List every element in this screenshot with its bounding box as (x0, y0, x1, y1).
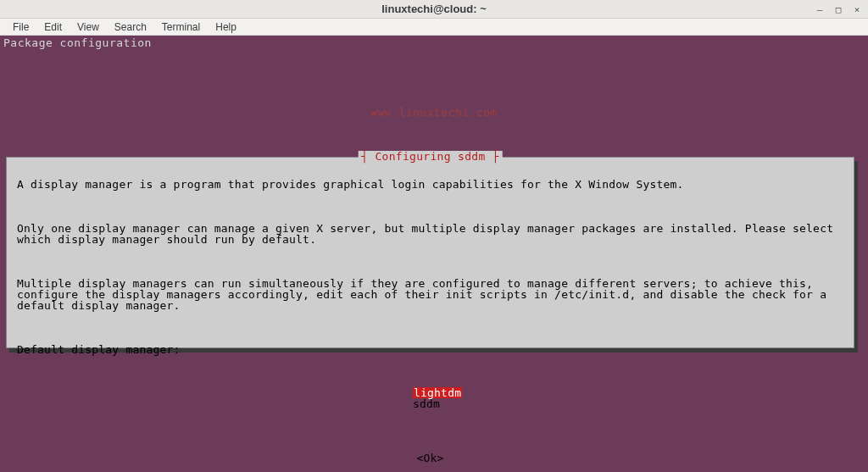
window-controls: – □ × (815, 0, 861, 19)
dialog-title: ┤ Configuring sddm ├ (358, 151, 503, 162)
ok-button-row: <Ok> (17, 453, 843, 464)
menubar: File Edit View Search Terminal Help (0, 19, 868, 36)
ok-button[interactable]: <Ok> (416, 452, 443, 464)
dialog-para1: A display manager is a program that prov… (17, 179, 843, 190)
minimize-button[interactable]: – (815, 5, 824, 14)
maximize-button[interactable]: □ (834, 5, 843, 14)
dialog-prompt: Default display manager: (17, 344, 843, 355)
menu-help[interactable]: Help (208, 19, 244, 35)
menu-terminal[interactable]: Terminal (154, 19, 208, 35)
dialog-content: A display manager is a program that prov… (7, 158, 854, 472)
window-title: linuxtechi@cloud: ~ (381, 3, 487, 15)
close-button[interactable]: × (853, 5, 861, 14)
menu-search[interactable]: Search (107, 19, 154, 35)
watermark-text: www.linuxtechi.com (370, 107, 498, 118)
titlebar: linuxtechi@cloud: ~ – □ × (0, 0, 868, 19)
dialog-para3: Multiple display managers can run simult… (17, 278, 843, 311)
menu-edit[interactable]: Edit (36, 19, 70, 35)
menu-view[interactable]: View (70, 19, 107, 35)
terminal-header-text: Package configuration (0, 36, 868, 50)
menu-file[interactable]: File (5, 19, 36, 35)
terminal-area[interactable]: Package configuration www.linuxtechi.com… (0, 36, 868, 472)
option-sddm[interactable]: sddm (413, 398, 843, 409)
option-list: lightdm sddm (413, 376, 843, 420)
config-dialog: ┤ Configuring sddm ├ A display manager i… (6, 157, 854, 348)
dialog-title-text: Configuring sddm (375, 150, 485, 163)
dialog-para2: Only one display manager can manage a gi… (17, 223, 843, 245)
